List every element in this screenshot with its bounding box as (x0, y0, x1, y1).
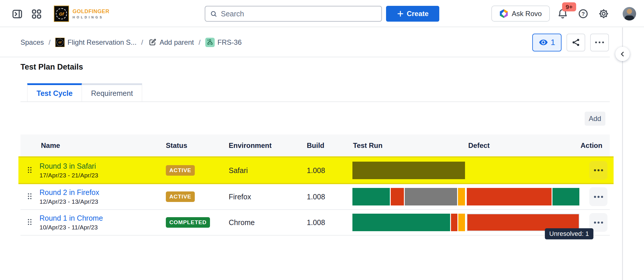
tab-requirement[interactable]: Requirement (82, 83, 142, 101)
drag-dots-icon (27, 193, 32, 200)
environment-value: Firefox (229, 193, 251, 201)
table-row-2: Round 2 in Firefox 12/Apr/23 - 13/Apr/23… (20, 184, 610, 210)
defect-bar[interactable] (467, 162, 579, 179)
collapse-panel-button[interactable] (615, 47, 630, 61)
test-run-segment-passed (352, 214, 450, 231)
drag-dots-icon (27, 219, 32, 225)
eye-icon (539, 38, 548, 47)
table-row-3: Round 1 in Chrome 10/Apr/23 - 11/Apr/23 … (20, 210, 610, 236)
share-icon (571, 38, 580, 47)
row-actions-button[interactable] (589, 187, 607, 206)
status-badge: ACTIVE (166, 191, 195, 202)
test-run-bar[interactable] (352, 214, 465, 231)
breadcrumb-divider (0, 57, 610, 57)
page-actions: 1 (532, 34, 609, 51)
breadcrumb-separator: / (141, 38, 143, 46)
share-button[interactable] (566, 34, 585, 51)
brand-subtitle: HOLDINGS (73, 15, 109, 19)
screen: Gf GOLDFINGER HOLDINGS Create Ask Rovo 9… (0, 0, 644, 280)
brand-logo[interactable]: Gf GOLDFINGER HOLDINGS (54, 5, 109, 22)
breadcrumb-separator: / (49, 38, 51, 46)
app-switcher-button[interactable] (31, 8, 42, 20)
test-cycle-link[interactable]: Round 1 in Chrome (39, 214, 103, 222)
date-range: 10/Apr/23 - 11/Apr/23 (39, 224, 103, 231)
table-row-1: Round 3 in Safari 17/Apr/23 - 21/Apr/23 … (20, 156, 610, 184)
test-run-bar[interactable] (352, 188, 465, 205)
sidebar-expand-icon (12, 8, 23, 20)
test-run-segment-not-executed (352, 162, 465, 179)
breadcrumb-issue-link[interactable]: FRS-36 (205, 38, 242, 47)
goldfinger-logo-icon: Gf (54, 6, 69, 22)
user-avatar[interactable] (623, 7, 636, 20)
drag-handle[interactable] (27, 193, 32, 201)
test-run-segment-failed (451, 214, 458, 231)
create-button[interactable]: Create (386, 6, 439, 22)
breadcrumb-separator: / (199, 38, 201, 46)
test-run-segment-passed (352, 188, 390, 205)
column-header-action: Action (581, 141, 602, 150)
sidebar-toggle-button[interactable] (12, 8, 23, 20)
top-navigation-bar: Gf GOLDFINGER HOLDINGS Create Ask Rovo 9… (0, 0, 644, 27)
build-value: 1.008 (307, 218, 325, 227)
global-search (205, 6, 382, 22)
test-cycle-link[interactable]: Round 2 in Firefox (39, 188, 99, 197)
gear-icon (598, 8, 609, 19)
rovo-icon (500, 9, 508, 18)
watchers-count: 1 (551, 38, 555, 47)
drag-handle[interactable] (27, 219, 32, 226)
ask-rovo-button[interactable]: Ask Rovo (491, 6, 550, 22)
more-actions-button[interactable] (590, 34, 609, 51)
defect-tooltip: Unresolved: 1 (545, 228, 593, 239)
svg-text:?: ? (581, 11, 585, 17)
defect-bar[interactable] (467, 188, 579, 205)
space-logo-icon: Gf (55, 38, 65, 47)
breadcrumb-space-link[interactable]: Gf Flight Reservation S... (55, 38, 137, 47)
edit-icon (148, 38, 157, 47)
test-plan-icon (205, 38, 215, 47)
column-header-build: Build (307, 141, 324, 150)
test-cycle-link[interactable]: Round 3 in Safari (39, 162, 98, 170)
column-header-environment: Environment (229, 141, 272, 150)
column-header-name: Name (41, 141, 60, 150)
table-header: NameStatusEnvironmentBuildTest RunDefect… (20, 134, 610, 156)
tab-test-cycle[interactable]: Test Cycle (27, 83, 82, 101)
test-run-segment-in-progress (458, 214, 465, 231)
drag-dots-icon (27, 167, 32, 173)
date-range: 12/Apr/23 - 13/Apr/23 (39, 198, 99, 205)
settings-button[interactable] (598, 8, 609, 20)
table-body: Round 3 in Safari 17/Apr/23 - 21/Apr/23 … (20, 156, 610, 236)
test-run-segment-in-progress (458, 188, 465, 205)
row-actions-button[interactable] (589, 161, 607, 180)
add-test-cycle-button[interactable]: Add (585, 112, 605, 126)
column-header-defect: Defect (468, 141, 490, 150)
search-input[interactable] (221, 10, 377, 18)
defect-segment-unresolved (467, 188, 552, 205)
add-parent-button[interactable]: Add parent (148, 38, 194, 47)
plus-icon (397, 10, 404, 17)
help-button[interactable]: ? (577, 8, 589, 20)
chevron-left-icon (619, 50, 626, 58)
column-header-status: Status (166, 141, 187, 150)
tab-bar: Test Cycle Requirement (27, 83, 142, 101)
help-icon: ? (578, 8, 589, 19)
search-icon (210, 10, 217, 18)
status-badge: ACTIVE (166, 165, 195, 176)
right-panel-border (622, 27, 623, 280)
build-value: 1.008 (307, 193, 325, 201)
build-value: 1.008 (307, 166, 325, 174)
test-run-bar[interactable] (352, 162, 465, 179)
environment-value: Chrome (229, 218, 255, 227)
breadcrumb-bar: Spaces / Gf Flight Reservation S... / Ad… (0, 27, 644, 57)
brand-name: GOLDFINGER (73, 8, 109, 15)
breadcrumb-spaces[interactable]: Spaces (20, 38, 44, 46)
app-grid-icon (31, 8, 42, 20)
date-range: 17/Apr/23 - 21/Apr/23 (39, 172, 98, 179)
test-cycle-table: NameStatusEnvironmentBuildTest RunDefect… (20, 134, 610, 236)
page-title: Test Plan Details (20, 63, 83, 72)
notification-count-badge: 9+ (562, 2, 576, 11)
test-run-segment-failed (391, 188, 404, 205)
environment-value: Safari (229, 166, 248, 174)
drag-handle[interactable] (27, 167, 32, 174)
watchers-button[interactable]: 1 (532, 34, 562, 51)
defect-segment-resolved (552, 188, 579, 205)
